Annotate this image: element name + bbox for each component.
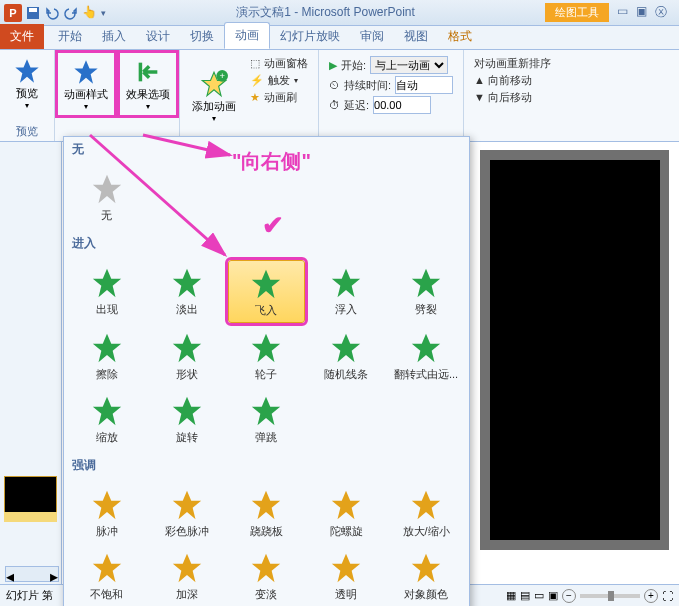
gallery-item-entrance[interactable]: 飞入 bbox=[228, 260, 306, 323]
animation-gallery: 无 无 进入 出现淡出飞入浮入劈裂擦除形状轮子随机线条翻转式由远...缩放旋转弹… bbox=[63, 136, 470, 606]
svg-marker-14 bbox=[93, 334, 121, 362]
minimize-icon[interactable]: ▭ bbox=[617, 4, 628, 21]
star-icon bbox=[247, 549, 285, 587]
delay-input[interactable] bbox=[373, 96, 431, 114]
svg-marker-3 bbox=[74, 60, 97, 83]
gallery-item-emphasis[interactable]: 脉冲 bbox=[68, 482, 146, 543]
tab-review[interactable]: 审阅 bbox=[350, 24, 394, 49]
tab-transition[interactable]: 切换 bbox=[180, 24, 224, 49]
zoom-out-button[interactable]: − bbox=[562, 589, 576, 603]
gallery-item-entrance[interactable]: 随机线条 bbox=[307, 325, 385, 386]
save-icon[interactable] bbox=[25, 5, 41, 21]
tab-insert[interactable]: 插入 bbox=[92, 24, 136, 49]
slide-thumbnail[interactable] bbox=[4, 476, 57, 514]
gallery-item-entrance[interactable]: 出现 bbox=[68, 260, 146, 323]
horizontal-scrollbar[interactable]: ◂▸ bbox=[5, 566, 59, 582]
clock-icon: ⏲ bbox=[329, 79, 340, 91]
hand-icon[interactable]: 👆 bbox=[82, 5, 98, 21]
dropdown-icon: ▾ bbox=[146, 102, 150, 111]
dropdown-icon: ▾ bbox=[84, 102, 88, 111]
gallery-item-entrance[interactable]: 缩放 bbox=[68, 388, 146, 449]
star-icon bbox=[327, 329, 365, 367]
move-later-button[interactable]: ▼ 向后移动 bbox=[474, 90, 551, 105]
gallery-section-emphasis: 强调 bbox=[64, 453, 469, 478]
gallery-item-emphasis[interactable]: 变淡 bbox=[228, 545, 306, 606]
annotation-direction: "向右侧" bbox=[232, 148, 311, 175]
delay-icon: ⏱ bbox=[329, 99, 340, 111]
add-animation-button[interactable]: + 添加动画 ▾ bbox=[184, 52, 244, 139]
svg-marker-9 bbox=[93, 269, 121, 297]
slide-canvas[interactable] bbox=[490, 160, 660, 540]
duration-input[interactable] bbox=[395, 76, 453, 94]
svg-marker-12 bbox=[332, 269, 360, 297]
gallery-item-emphasis[interactable]: 对象颜色 bbox=[387, 545, 465, 606]
gallery-item-entrance[interactable]: 形状 bbox=[148, 325, 226, 386]
animation-painter-button[interactable]: ★动画刷 bbox=[250, 90, 308, 105]
reorder-title: 对动画重新排序 bbox=[474, 56, 551, 71]
gallery-item-emphasis[interactable]: 不饱和 bbox=[68, 545, 146, 606]
star-icon bbox=[407, 329, 445, 367]
gallery-item-entrance[interactable]: 淡出 bbox=[148, 260, 226, 323]
gallery-item-entrance[interactable]: 浮入 bbox=[307, 260, 385, 323]
gallery-item-emphasis[interactable]: 彩色脉冲 bbox=[148, 482, 226, 543]
view-sorter-icon[interactable]: ▤ bbox=[520, 589, 530, 602]
effect-options-button[interactable]: 效果选项 ▾ bbox=[117, 50, 179, 118]
gallery-item-entrance[interactable]: 轮子 bbox=[228, 325, 306, 386]
tab-view[interactable]: 视图 bbox=[394, 24, 438, 49]
tab-format[interactable]: 格式 bbox=[438, 24, 482, 49]
view-normal-icon[interactable]: ▦ bbox=[506, 589, 516, 602]
undo-icon[interactable] bbox=[44, 5, 60, 21]
duration-row: ⏲持续时间: bbox=[329, 76, 453, 94]
slide-thumbnail-panel bbox=[0, 142, 62, 586]
svg-marker-26 bbox=[412, 491, 440, 519]
tab-file[interactable]: 文件 bbox=[0, 24, 44, 49]
fit-icon[interactable]: ⛶ bbox=[662, 590, 673, 602]
svg-marker-8 bbox=[93, 175, 121, 203]
gallery-item-entrance[interactable]: 擦除 bbox=[68, 325, 146, 386]
zoom-slider[interactable] bbox=[580, 594, 640, 598]
title-bar: P 👆 ▾ 演示文稿1 - Microsoft PowerPoint 绘图工具 … bbox=[0, 0, 679, 26]
zoom-in-button[interactable]: + bbox=[644, 589, 658, 603]
animation-pane-button[interactable]: ⬚动画窗格 bbox=[250, 56, 308, 71]
tab-animation[interactable]: 动画 bbox=[224, 22, 270, 49]
gallery-item-entrance[interactable]: 旋转 bbox=[148, 388, 226, 449]
gallery-item-entrance[interactable]: 弹跳 bbox=[228, 388, 306, 449]
gallery-item-emphasis[interactable]: 加深 bbox=[148, 545, 226, 606]
gallery-item-emphasis[interactable]: 放大/缩小 bbox=[387, 482, 465, 543]
svg-marker-13 bbox=[412, 269, 440, 297]
zoom-controls: ▦ ▤ ▭ ▣ − + ⛶ bbox=[506, 589, 673, 603]
move-earlier-button[interactable]: ▲ 向前移动 bbox=[474, 73, 551, 88]
svg-marker-22 bbox=[93, 491, 121, 519]
painter-icon: ★ bbox=[250, 91, 260, 104]
arrow-left-icon bbox=[133, 57, 163, 87]
gallery-item-entrance[interactable]: 劈裂 bbox=[387, 260, 465, 323]
gallery-item-emphasis[interactable]: 陀螺旋 bbox=[307, 482, 385, 543]
gallery-item-emphasis[interactable]: 跷跷板 bbox=[228, 482, 306, 543]
tab-slideshow[interactable]: 幻灯片放映 bbox=[270, 24, 350, 49]
gallery-item-none[interactable]: 无 bbox=[68, 166, 146, 227]
svg-marker-29 bbox=[252, 554, 280, 582]
group-label-preview: 预览 bbox=[4, 122, 50, 139]
animation-style-button[interactable]: 动画样式 ▾ bbox=[55, 50, 117, 118]
close-icon[interactable]: ⓧ bbox=[655, 4, 667, 21]
slide-editor bbox=[480, 150, 669, 550]
svg-marker-15 bbox=[173, 334, 201, 362]
tab-home[interactable]: 开始 bbox=[48, 24, 92, 49]
trigger-button[interactable]: ⚡触发▾ bbox=[250, 73, 308, 88]
star-icon bbox=[168, 486, 206, 524]
gallery-item-entrance[interactable]: 翻转式由远... bbox=[387, 325, 465, 386]
maximize-icon[interactable]: ▣ bbox=[636, 4, 647, 21]
star-icon bbox=[247, 392, 285, 430]
star-icon bbox=[168, 392, 206, 430]
redo-icon[interactable] bbox=[63, 5, 79, 21]
pane-icon: ⬚ bbox=[250, 57, 260, 70]
app-icon[interactable]: P bbox=[4, 4, 22, 22]
view-slideshow-icon[interactable]: ▣ bbox=[548, 589, 558, 602]
group-preview: 预览 ▾ 预览 bbox=[0, 50, 55, 141]
start-select[interactable]: 与上一动画... bbox=[370, 56, 448, 74]
preview-button[interactable]: 预览 ▾ bbox=[4, 52, 50, 114]
gallery-item-emphasis[interactable]: 透明 bbox=[307, 545, 385, 606]
view-reading-icon[interactable]: ▭ bbox=[534, 589, 544, 602]
window-title: 演示文稿1 - Microsoft PowerPoint bbox=[106, 4, 545, 21]
tab-design[interactable]: 设计 bbox=[136, 24, 180, 49]
